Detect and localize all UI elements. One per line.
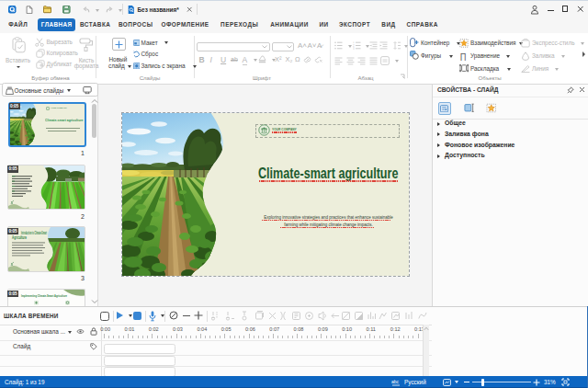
svg-text:abc: abc <box>391 379 400 384</box>
svg-text:Agriculture: Agriculture <box>12 235 27 240</box>
svg-text:3: 3 <box>353 47 355 50</box>
svg-text:Implementing Climate-Smart Agr: Implementing Climate-Smart Agriculture <box>21 293 67 298</box>
